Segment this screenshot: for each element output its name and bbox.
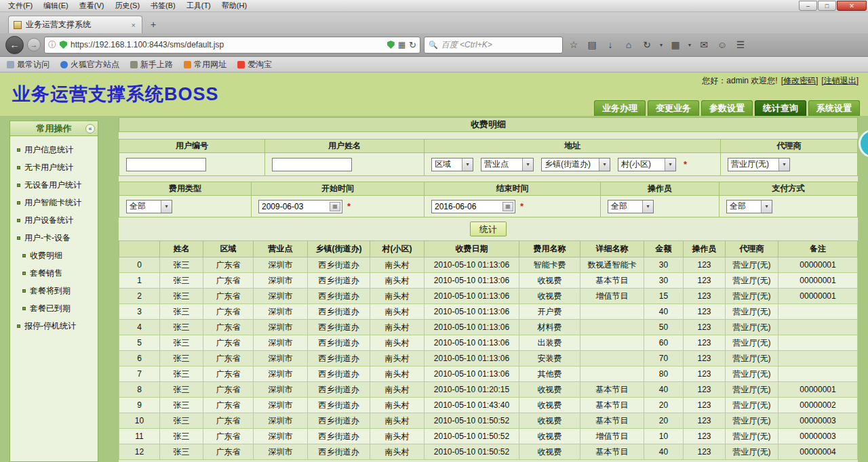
- sync-icon[interactable]: ↻: [639, 37, 654, 52]
- sidebar-item-no-card-users[interactable]: 无卡用户统计: [17, 162, 98, 173]
- chat-icon[interactable]: ✉: [696, 37, 711, 52]
- home-icon[interactable]: ⌂: [621, 37, 636, 52]
- bookmark-star-icon[interactable]: ☆: [566, 37, 581, 52]
- menu-history[interactable]: 历史(S): [109, 0, 145, 12]
- sidebar-item-user-card-device[interactable]: 用户-卡-设备: [17, 232, 98, 244]
- sidebar-item-package-expired[interactable]: 套餐已到期: [22, 303, 98, 314]
- security-shield-icon[interactable]: [60, 41, 67, 49]
- sidebar-item-no-device-users[interactable]: 无设备用户统计: [17, 180, 98, 191]
- close-button[interactable]: ✕: [837, 1, 867, 11]
- downloads-icon[interactable]: ↓: [603, 37, 618, 52]
- table-cell: 00000003: [778, 429, 858, 444]
- tab-close-icon[interactable]: ×: [130, 21, 137, 29]
- tracking-protection-icon[interactable]: [387, 41, 395, 49]
- payment-select[interactable]: 全部▾: [726, 200, 772, 213]
- sidebar-item-package-expiring[interactable]: 套餐将到期: [22, 285, 98, 297]
- reload-icon[interactable]: ↻: [409, 40, 416, 50]
- table-cell: 南头村: [370, 444, 425, 460]
- office-select[interactable]: 营业点▾: [481, 158, 534, 171]
- column-header: 收费日期: [425, 241, 519, 257]
- calendar-icon[interactable]: ▦: [330, 202, 340, 211]
- chevron-down-icon: ▾: [778, 159, 789, 171]
- end-date-input[interactable]: 2016-06-06▦: [431, 200, 515, 213]
- chevron-down-icon: ▾: [642, 201, 653, 213]
- main-panel: 收费明细 用户编号 用户姓名 地址 代理商 区域▾ 营业点▾ 乡镇(街道办)▾ …: [119, 117, 858, 462]
- table-cell: 材料费: [519, 320, 580, 335]
- search-icon[interactable]: 🔍: [429, 41, 438, 49]
- menu-edit[interactable]: 编辑(E): [38, 0, 74, 12]
- change-password-link[interactable]: [修改密码]: [781, 75, 818, 87]
- menu-help[interactable]: 帮助(H): [216, 0, 252, 12]
- tab-favicon-icon: [14, 21, 22, 29]
- bookmarks-panel-icon[interactable]: ▤: [585, 37, 599, 52]
- sync-caret-icon[interactable]: ▾: [658, 42, 665, 48]
- fee-type-select[interactable]: 全部▾: [126, 200, 172, 213]
- tab-parameter-settings[interactable]: 参数设置: [701, 100, 753, 116]
- sidebar-item-user-info-stats[interactable]: 用户信息统计: [17, 144, 98, 156]
- browser-tab[interactable]: 业务运营支撑系统 ×: [8, 16, 142, 33]
- table-cell: 70: [644, 351, 684, 366]
- forward-button[interactable]: →: [27, 38, 41, 51]
- menu-tools[interactable]: 工具(T): [181, 0, 216, 12]
- calendar-icon[interactable]: ▦: [502, 202, 513, 211]
- tab-change-business[interactable]: 变更业务: [648, 100, 699, 116]
- region-select[interactable]: 区域▾: [431, 158, 473, 171]
- hamburger-menu-icon[interactable]: ☰: [733, 37, 748, 52]
- bookmark-common-sites[interactable]: 常用网址: [184, 59, 226, 70]
- sidebar-item-smartcard-stats[interactable]: 用户智能卡统计: [17, 197, 98, 209]
- bookmark-most-visited[interactable]: 最常访问: [7, 59, 50, 70]
- tab-statistics-query[interactable]: 统计查询: [755, 100, 806, 116]
- menu-file[interactable]: 文件(F): [3, 0, 38, 12]
- user-id-input[interactable]: [126, 158, 206, 171]
- sidebar-item-device-stats[interactable]: 用户设备统计: [17, 215, 98, 226]
- stats-button[interactable]: 统计: [470, 222, 507, 236]
- logout-link[interactable]: [注销退出]: [821, 75, 859, 87]
- table-cell: 123: [684, 429, 726, 444]
- bookmark-firefox-site[interactable]: 火狐官方站点: [60, 59, 119, 70]
- sidebar-item-package-sales[interactable]: 套餐销售: [22, 268, 98, 279]
- site-info-icon[interactable]: ⓘ: [48, 39, 56, 51]
- table-cell: 00000001: [778, 289, 858, 304]
- table-cell: 10: [644, 429, 684, 444]
- url-text[interactable]: https://192.168.1.100:8443/sms/default.j…: [71, 40, 384, 49]
- maximize-button[interactable]: □: [818, 1, 836, 11]
- date-value: 2009-06-03: [259, 202, 330, 211]
- menu-bookmarks[interactable]: 书签(B): [145, 0, 181, 12]
- fee-table-body: 0张三广东省深圳市西乡街道办南头村2010-05-10 01:13:06智能卡费…: [119, 257, 858, 460]
- agent-select[interactable]: 营业厅(无)▾: [728, 158, 790, 171]
- bookmark-getting-started[interactable]: 新手上路: [130, 59, 173, 70]
- table-row: 5张三广东省深圳市西乡街道办南头村2010-05-10 01:13:06出装费6…: [119, 335, 858, 351]
- new-tab-button[interactable]: +: [144, 18, 162, 31]
- table-row: 9张三广东省深圳市西乡街道办南头村2010-05-10 01:43:40收视费基…: [119, 398, 858, 413]
- minimize-button[interactable]: –: [799, 1, 817, 11]
- chevron-down-icon: ▾: [599, 159, 610, 171]
- sidebar-item-suspend-stats[interactable]: 报停-停机统计: [17, 320, 98, 332]
- bookmark-taobao[interactable]: 爱淘宝: [237, 59, 272, 70]
- table-cell: 7: [119, 366, 160, 382]
- township-select[interactable]: 乡镇(街道办)▾: [541, 158, 610, 171]
- tiles-caret-icon[interactable]: ▾: [686, 42, 693, 48]
- search-input[interactable]: 🔍 百度 <Ctrl+K>: [424, 37, 563, 54]
- village-select[interactable]: 村(小区)▾: [618, 158, 676, 171]
- table-cell: 张三: [160, 273, 203, 289]
- page-actions-icon[interactable]: ▦: [398, 40, 406, 49]
- select-value: 全部: [727, 201, 761, 212]
- menu-view[interactable]: 查看(V): [74, 0, 110, 12]
- tab-business-handling[interactable]: 业务办理: [594, 100, 646, 116]
- table-cell: 张三: [160, 257, 203, 273]
- table-cell: 张三: [160, 413, 203, 429]
- browser-menubar: 文件(F) 编辑(E) 查看(V) 历史(S) 书签(B) 工具(T) 帮助(H…: [0, 0, 252, 12]
- start-date-input[interactable]: 2009-06-03▦: [258, 200, 342, 213]
- tiles-icon[interactable]: ▦: [668, 37, 683, 52]
- back-button[interactable]: ←: [5, 36, 24, 54]
- sidebar-item-fee-detail[interactable]: 收费明细: [22, 250, 98, 261]
- table-cell: 2010-05-10 01:13:06: [425, 320, 519, 335]
- address-bar[interactable]: ⓘ https://192.168.1.100:8443/sms/default…: [44, 37, 420, 54]
- sidebar-collapse-icon[interactable]: «: [85, 124, 95, 133]
- tab-system-settings[interactable]: 系统设置: [808, 100, 860, 116]
- smiley-icon[interactable]: ☺: [715, 37, 730, 52]
- table-cell: 123: [684, 304, 726, 320]
- sidebar-header: 常用操作 «: [10, 121, 98, 136]
- user-name-input[interactable]: [272, 158, 352, 171]
- operator-select[interactable]: 全部▾: [608, 200, 654, 213]
